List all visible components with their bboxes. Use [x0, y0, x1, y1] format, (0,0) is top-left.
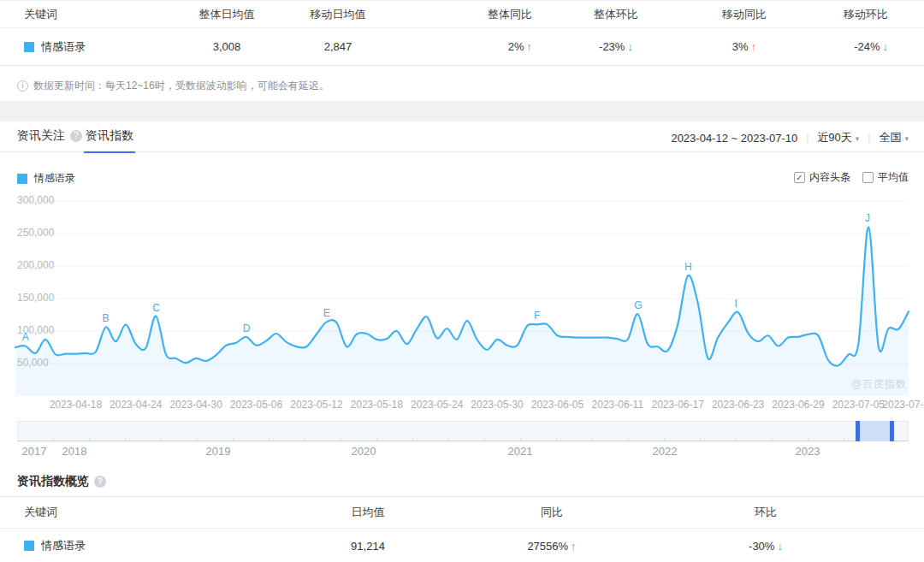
- chart-canvas: [0, 193, 924, 399]
- summary-table-row: 情感语录 3,008 2,847 2%↑ -23%↓ 3%↑ -24%↓: [0, 28, 924, 66]
- overview-title-text: 资讯指数概览: [17, 474, 89, 489]
- col-keyword: 关键词: [0, 505, 282, 520]
- keyword-color-swatch: [24, 42, 34, 52]
- checked-checkbox-icon: ✓: [794, 172, 805, 183]
- region-select-value: 全国: [879, 131, 901, 144]
- summary-table-header: 关键词 整体日均值 移动日均值 整体同比 整体环比 移动同比 移动环比: [0, 0, 924, 28]
- keyword-cell: 情感语录: [0, 39, 180, 55]
- section-divider-band: [0, 101, 924, 121]
- keyword-cell: 情感语录: [0, 538, 282, 553]
- checkbox-content-headlines[interactable]: ✓ 内容头条: [794, 170, 850, 185]
- yoy-value: 27556%↑: [453, 540, 650, 553]
- point-label-J: J: [865, 212, 870, 224]
- x-axis-tick-label: 2023-04-30: [167, 399, 225, 411]
- notice-text: 数据更新时间：每天12~16时，受数据波动影响，可能会有延迟。: [33, 79, 329, 93]
- help-icon[interactable]: ?: [70, 130, 82, 142]
- y-axis-tick-label: 200,000: [17, 259, 68, 271]
- down-arrow-icon: ↓: [777, 540, 783, 553]
- y-axis-tick-label: 150,000: [17, 292, 68, 304]
- mom-value: -30%↓: [650, 540, 924, 553]
- overall-yoy-value: 2%↑: [402, 40, 556, 53]
- up-arrow-icon: ↑: [527, 40, 533, 53]
- summary-table: 关键词 整体日均值 移动日均值 整体同比 整体环比 移动同比 移动环比 情感语录…: [0, 0, 924, 66]
- baidu-index-watermark: @百度指数: [851, 377, 907, 392]
- tab-news-index[interactable]: 资讯指数: [86, 128, 133, 144]
- baidu-index-page: 关键词 整体日均值 移动日均值 整体同比 整体环比 移动同比 移动环比 情感语录…: [0, 0, 924, 562]
- x-axis-tick-label: 2023-04-18: [46, 399, 104, 411]
- point-label-H: H: [684, 261, 692, 273]
- x-axis-tick-label: 2023-06-11: [589, 399, 647, 411]
- overview-section-title: 资讯指数概览 ?: [17, 474, 106, 489]
- point-label-C: C: [152, 302, 160, 314]
- timeline-year-2021: 2021: [508, 445, 533, 458]
- overall-mom-value: -23%↓: [556, 40, 676, 53]
- col-mobile-yoy: 移动同比: [676, 7, 813, 22]
- col-mobile-mom: 移动环比: [813, 7, 924, 22]
- series-legend[interactable]: 情感语录: [17, 171, 75, 186]
- x-axis-tick-label: 2023-05-30: [468, 399, 526, 411]
- daily-avg-value: 91,214: [282, 540, 453, 553]
- x-axis-tick-label: 2023-05-24: [408, 399, 466, 411]
- col-overall-daily-avg: 整体日均值: [180, 7, 274, 22]
- keyword-label: 情感语录: [41, 538, 86, 553]
- timeline-year-2022: 2022: [653, 445, 678, 458]
- point-label-D: D: [243, 322, 251, 334]
- keyword-color-swatch: [24, 541, 34, 551]
- tab-news-index-label: 资讯指数: [86, 128, 133, 142]
- y-axis-tick-label: 250,000: [17, 227, 68, 239]
- x-axis-tick-label: 2023-06-23: [709, 399, 767, 411]
- x-axis-tick-label: 2023-07-10: [880, 399, 924, 411]
- x-axis-tick-label: 2023-06-29: [769, 399, 827, 411]
- period-select[interactable]: 近90天▾: [817, 130, 859, 145]
- series-toggles: ✓ 内容头条 平均值: [794, 170, 909, 185]
- data-update-notice: i 数据更新时间：每天12~16时，受数据波动影响，可能会有延迟。: [17, 79, 329, 93]
- mobile-daily-avg-value: 2,847: [274, 40, 402, 53]
- point-label-E: E: [323, 307, 330, 319]
- tab-news-attention[interactable]: 资讯关注 ?: [17, 128, 82, 144]
- chart-controls: 2023-04-12 ~ 2023-07-10 | 近90天▾ | 全国▾: [671, 130, 909, 145]
- keyword-label: 情感语录: [41, 39, 86, 55]
- point-label-A: A: [22, 331, 29, 343]
- legend-color-swatch: [17, 174, 27, 184]
- timeline-year-2017: 2017: [22, 445, 47, 458]
- divider: |: [806, 132, 808, 144]
- overview-table-header: 关键词 日均值 同比 环比: [0, 496, 924, 529]
- chart-tab-bar: 资讯关注 ? 资讯指数 2023-04-12 ~ 2023-07-10 | 近9…: [0, 121, 924, 152]
- info-icon: i: [17, 80, 28, 92]
- point-label-B: B: [103, 312, 110, 324]
- period-select-value: 近90天: [817, 131, 851, 144]
- timeline-handle-right[interactable]: [890, 421, 894, 441]
- help-icon[interactable]: ?: [94, 476, 106, 488]
- up-arrow-icon: ↑: [751, 40, 757, 53]
- timeline-handle-left[interactable]: [856, 421, 860, 441]
- mobile-mom-value: -24%↓: [813, 40, 924, 53]
- point-label-F: F: [534, 310, 540, 322]
- region-select[interactable]: 全国▾: [879, 130, 909, 145]
- timeline-year-2020: 2020: [352, 445, 376, 458]
- col-overall-mom: 整体环比: [556, 7, 676, 22]
- active-tab-underline: [84, 151, 135, 153]
- col-overall-yoy: 整体同比: [402, 7, 556, 22]
- col-keyword: 关键词: [0, 7, 180, 22]
- legend-label: 情感语录: [34, 171, 75, 186]
- x-axis-tick-label: 2023-06-17: [649, 399, 707, 411]
- unchecked-checkbox-icon: [862, 172, 874, 183]
- y-axis-tick-label: 50,000: [17, 357, 68, 369]
- timeline-year-2018: 2018: [62, 445, 87, 458]
- checkbox-content-headlines-label: 内容头条: [809, 170, 850, 185]
- overview-table: 关键词 日均值 同比 环比 情感语录 91,214 27556%↑ -30%↓: [0, 496, 924, 562]
- chevron-down-icon: ▾: [904, 134, 909, 143]
- up-arrow-icon: ↑: [571, 540, 577, 553]
- overview-table-row: 情感语录 91,214 27556%↑ -30%↓: [0, 529, 924, 562]
- x-axis-tick-label: 2023-05-06: [228, 399, 286, 411]
- checkbox-average[interactable]: 平均值: [862, 170, 909, 185]
- down-arrow-icon: ↓: [883, 40, 889, 53]
- timeline-year-2023: 2023: [796, 445, 820, 458]
- col-mom: 环比: [650, 505, 924, 520]
- point-label-G: G: [634, 299, 642, 311]
- timeline-selection[interactable]: [857, 421, 893, 441]
- x-axis-tick-label: 2023-05-18: [347, 399, 406, 411]
- timeline-scrubber[interactable]: [17, 421, 909, 441]
- index-trend-chart[interactable]: [0, 193, 924, 399]
- date-range[interactable]: 2023-04-12 ~ 2023-07-10: [671, 132, 797, 145]
